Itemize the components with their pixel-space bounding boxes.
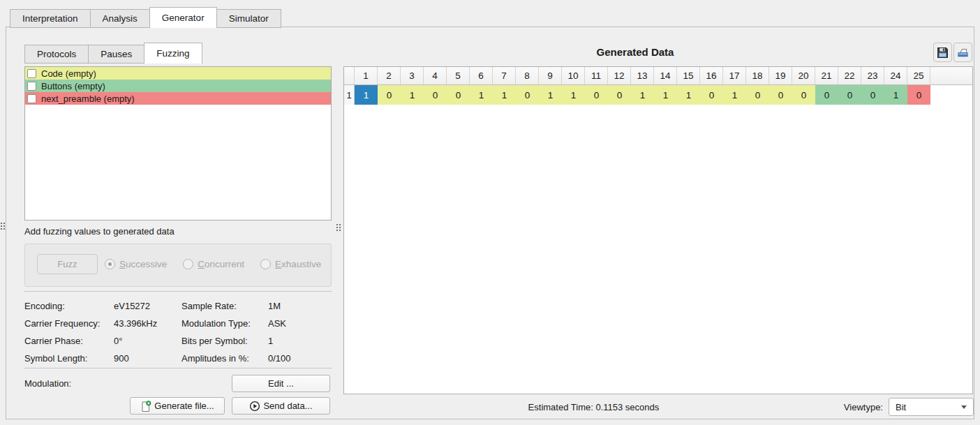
column-header[interactable]: 22 [838,67,861,84]
fuzz-item-checkbox[interactable] [27,69,36,78]
radio-circle [260,259,271,269]
column-header[interactable]: 3 [401,67,424,84]
bit-cell[interactable]: 0 [907,85,930,105]
column-header[interactable]: 17 [723,67,746,84]
save-button[interactable] [933,43,952,62]
panel-splitter-handle[interactable] [336,224,342,235]
fuzz-item-checkbox[interactable] [27,94,36,103]
bit-cell[interactable]: 0 [815,85,838,105]
column-header[interactable]: 15 [677,67,700,84]
bit-cell[interactable]: 0 [746,85,769,105]
tab-simulator[interactable]: Simulator [216,9,281,28]
bit-cell[interactable]: 0 [700,85,723,105]
carrier-phase-value: 0° [114,336,181,346]
column-header[interactable]: 19 [769,67,792,84]
radio-exhaustive[interactable]: Exhaustive [260,259,321,269]
bit-cell[interactable]: 1 [631,85,654,105]
column-header[interactable]: 18 [746,67,769,84]
column-header[interactable]: 12 [608,67,631,84]
column-header[interactable]: 23 [861,67,884,84]
column-header[interactable]: 2 [378,67,401,84]
sample-rate-label: Sample Rate: [181,301,268,311]
fuzz-item-checkbox[interactable] [27,82,36,91]
column-header[interactable]: 7 [493,67,516,84]
fuzzing-labels-list[interactable]: Code (empty)Buttons (empty)next_preamble… [24,66,332,221]
open-file-icon [957,47,969,59]
column-header[interactable]: 10 [562,67,585,84]
tab-generator[interactable]: Generator [149,7,217,28]
generator-sub-tabbar: ProtocolsPausesFuzzing [24,43,202,64]
bit-cell[interactable]: 0 [861,85,884,105]
column-header[interactable]: 20 [792,67,815,84]
send-data-label: Send data... [263,401,312,411]
tab-interpretation[interactable]: Interpretation [10,9,91,28]
open-button[interactable] [953,43,972,62]
column-header[interactable]: 21 [815,67,838,84]
bit-cell[interactable]: 0 [516,85,539,105]
bit-cell[interactable]: 0 [769,85,792,105]
bit-cell[interactable]: 0 [585,85,608,105]
bit-cell[interactable]: 1 [539,85,562,105]
bit-cell[interactable]: 0 [792,85,815,105]
generate-file-button[interactable]: Generate file... [130,397,225,415]
table-corner-cell [344,67,355,84]
column-header[interactable]: 14 [654,67,677,84]
tab-analysis[interactable]: Analysis [90,9,150,28]
bit-cell[interactable]: 1 [677,85,700,105]
bit-cell[interactable]: 1 [654,85,677,105]
send-data-button[interactable]: Send data... [232,397,330,415]
bit-cell[interactable]: 1 [884,85,907,105]
viewtype-label: Viewtype: [844,402,883,412]
bit-cell[interactable]: 0 [608,85,631,105]
bit-cell[interactable]: 1 [470,85,493,105]
left-splitter-handle[interactable] [1,223,6,234]
bit-cell[interactable]: 1 [723,85,746,105]
fuzz-item-label: Code (empty) [41,68,96,79]
column-header[interactable]: 25 [907,67,930,84]
row-header[interactable]: 1 [344,85,355,105]
column-header[interactable]: 1 [355,67,378,84]
viewtype-value: Bit [896,402,906,412]
bit-cell[interactable]: 0 [424,85,447,105]
fuzz-item-label: next_preamble (empty) [41,94,135,104]
radio-concurrent[interactable]: Concurrent [183,259,244,269]
bottom-bar: Estimated Time: 0.1153 seconds Viewtype:… [343,398,974,416]
modulation-label: Modulation: [24,378,71,389]
bit-cell[interactable]: 1 [355,85,378,105]
fuzz-item-code-empty[interactable]: Code (empty) [25,67,331,80]
radio-circle [105,259,115,269]
column-header[interactable]: 24 [884,67,907,84]
column-header[interactable]: 11 [585,67,608,84]
bit-cell[interactable]: 0 [838,85,861,105]
column-header[interactable]: 6 [470,67,493,84]
column-header[interactable]: 9 [539,67,562,84]
fuzz-button[interactable]: Fuzz [37,254,98,274]
bit-cell[interactable]: 1 [401,85,424,105]
subtab-fuzzing[interactable]: Fuzzing [144,43,202,64]
table-row: 1 1010011011001110100000010 [344,85,972,105]
bit-cell[interactable]: 1 [562,85,585,105]
bit-cell[interactable]: 1 [493,85,516,105]
bit-cell[interactable]: 0 [447,85,470,105]
fuzz-item-next-preamble-empty[interactable]: next_preamble (empty) [25,92,331,105]
fuzz-item-buttons-empty[interactable]: Buttons (empty) [25,80,331,92]
table-column-headers: 1234567891011121314151617181920212223242… [344,67,972,85]
subtab-pauses[interactable]: Pauses [88,45,144,64]
add-fuzzing-values-label: Add fuzzing values to generated data [24,226,175,237]
generated-data-table[interactable]: 1234567891011121314151617181920212223242… [343,66,973,394]
column-header[interactable]: 8 [516,67,539,84]
column-header[interactable]: 16 [700,67,723,84]
radio-label: Concurrent [198,259,244,269]
viewtype-dropdown[interactable]: Bit [889,398,974,416]
generate-file-label: Generate file... [154,401,214,411]
edit-modulation-button[interactable]: Edit ... [232,375,330,392]
subtab-protocols[interactable]: Protocols [24,45,89,64]
column-header[interactable]: 5 [447,67,470,84]
estimated-time-label: Estimated Time: 0.1153 seconds [343,402,844,412]
column-header[interactable]: 13 [631,67,654,84]
sample-rate-value: 1M [268,301,332,311]
bit-cell[interactable]: 0 [378,85,401,105]
radio-successive[interactable]: Successive [105,259,167,269]
carrier-frequency-label: Carrier Frequency: [24,318,114,329]
column-header[interactable]: 4 [424,67,447,84]
